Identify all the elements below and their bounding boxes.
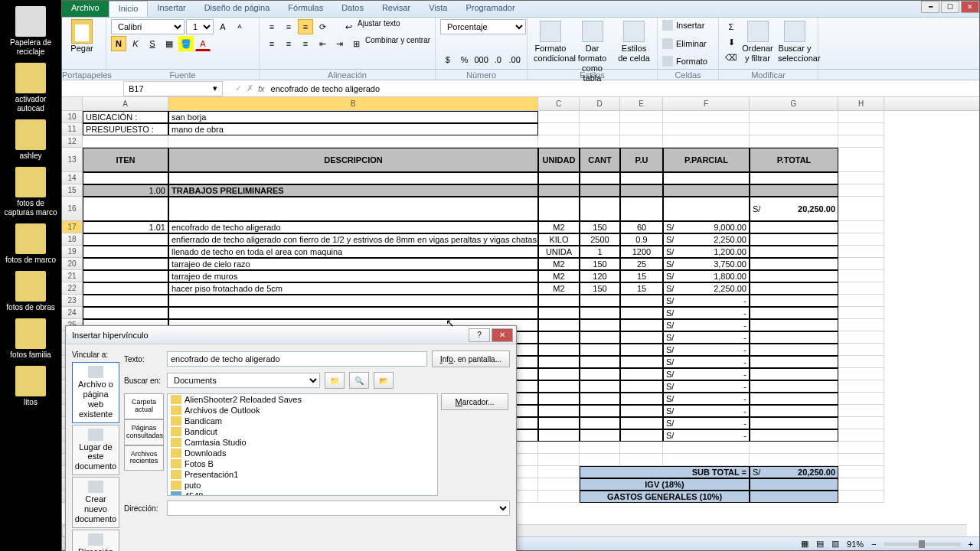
fill-color-button[interactable]: 🪣 [178, 36, 194, 51]
cell[interactable] [538, 184, 580, 197]
zoom-in-button[interactable]: + [969, 540, 973, 549]
cell[interactable]: S/- [663, 405, 750, 417]
comma-button[interactable]: 000 [474, 52, 489, 67]
align-middle-button[interactable]: ≡ [281, 19, 296, 34]
cell[interactable]: 60 [620, 221, 663, 233]
row-header[interactable]: 18 [62, 233, 83, 246]
cell[interactable] [580, 184, 620, 197]
align-bottom-button[interactable]: ≡ [298, 19, 313, 34]
decrease-font-button[interactable]: A [232, 19, 247, 34]
cell[interactable]: KILO [538, 233, 580, 246]
cell[interactable]: S/- [663, 307, 750, 319]
file-item[interactable]: 4548 [168, 491, 437, 496]
row-header[interactable]: 14 [62, 172, 83, 184]
cell[interactable] [838, 123, 884, 135]
cell[interactable] [620, 172, 663, 184]
cell[interactable]: P.PARCIAL [663, 148, 750, 172]
cell[interactable] [838, 282, 884, 295]
row-header[interactable]: 19 [62, 246, 83, 258]
cell[interactable]: S/- [663, 393, 750, 405]
tab-vista[interactable]: Vista [420, 1, 456, 17]
file-list[interactable]: AlienShooter2 Reloaded Saves Archivos de… [167, 393, 438, 496]
row-header[interactable]: 10 [62, 111, 83, 123]
link-to-email-button[interactable]: Dirección de correo electrónico [72, 530, 119, 551]
find-select-button[interactable]: Buscar y seleccionar [776, 19, 813, 67]
autosum-button[interactable]: Σ [724, 19, 739, 34]
tab-programador[interactable]: Programador [456, 1, 524, 17]
file-item[interactable]: Camtasia Studio [168, 437, 437, 448]
cell[interactable]: 1.01 [83, 221, 168, 233]
cell[interactable]: UNIDA [538, 246, 580, 258]
file-item[interactable]: Archivos de Outlook [168, 405, 437, 416]
cell[interactable]: S/2,250.00 [663, 233, 750, 246]
paste-button[interactable]: Pegar [67, 19, 97, 57]
screentip-button[interactable]: Info. en pantalla... [432, 350, 510, 367]
italic-button[interactable]: K [128, 36, 143, 51]
cell[interactable] [168, 197, 538, 221]
cell[interactable] [663, 135, 750, 148]
file-item[interactable]: Presentación1 [168, 469, 437, 480]
wrap-text-button[interactable]: ↩ [341, 19, 356, 34]
link-to-new-button[interactable]: Crear nuevo documento [72, 477, 119, 528]
cell[interactable] [838, 221, 884, 233]
file-item[interactable]: Fotos B [168, 458, 437, 469]
dialog-close-button[interactable]: ✕ [492, 328, 513, 342]
cell[interactable] [838, 270, 884, 282]
cell[interactable]: M2 [538, 270, 580, 282]
cell[interactable] [620, 184, 663, 197]
tab-archivo[interactable]: Archivo [62, 1, 109, 17]
format-cells-button[interactable]: Formato [662, 56, 714, 67]
link-to-place-button[interactable]: Lugar de este documento [72, 425, 119, 476]
file-item[interactable]: Downloads [168, 448, 437, 458]
cell[interactable] [538, 197, 580, 221]
col-header-f[interactable]: F [663, 97, 750, 110]
cell[interactable] [838, 184, 884, 197]
cell[interactable] [838, 135, 884, 148]
row-header[interactable]: 12 [62, 135, 83, 148]
row-header[interactable]: 24 [62, 307, 83, 319]
cell[interactable]: san borja [168, 111, 538, 123]
cell[interactable] [580, 135, 620, 148]
browsed-pages-tab[interactable]: Páginas consultadas [124, 419, 164, 445]
cell[interactable] [83, 172, 168, 184]
row-header[interactable]: 21 [62, 270, 83, 282]
subtotal-value[interactable]: S/20,250.00 [750, 466, 838, 478]
cell[interactable] [538, 172, 580, 184]
cell[interactable]: 150 [580, 221, 620, 233]
desktop-icon[interactable]: fotos familia [4, 318, 57, 360]
cell[interactable] [580, 172, 620, 184]
desktop-icon[interactable]: litos [4, 366, 57, 407]
cell[interactable] [663, 197, 750, 221]
zoom-level[interactable]: 91% [847, 540, 864, 549]
cell[interactable] [580, 123, 620, 135]
decrease-indent-button[interactable]: ⇤ [315, 36, 330, 51]
cell[interactable]: S/- [663, 380, 750, 393]
cell[interactable]: TRABAJOS PRELIMINARES [168, 184, 538, 197]
row-header[interactable]: 15 [62, 184, 83, 197]
cell[interactable]: S/- [663, 331, 750, 344]
cell[interactable]: tarrajeo de muros [168, 270, 538, 282]
col-header-d[interactable]: D [580, 97, 620, 110]
minimize-button[interactable]: ━ [921, 1, 939, 13]
cell[interactable]: 1200 [620, 246, 663, 258]
name-box[interactable]: B17▾ [123, 81, 223, 96]
sort-filter-button[interactable]: Ordenar y filtrar [740, 19, 776, 67]
cell[interactable]: S/- [663, 368, 750, 380]
tab-revisar[interactable]: Revisar [373, 1, 420, 17]
cell[interactable]: M2 [538, 221, 580, 233]
cell-styles-button[interactable]: Estilos de celda [616, 19, 652, 67]
cell[interactable] [620, 135, 663, 148]
desktop-icon[interactable]: fotos de marco [4, 223, 57, 265]
cell[interactable]: P.U [620, 148, 663, 172]
tab-insertar[interactable]: Insertar [148, 1, 194, 17]
row-header[interactable]: 11 [62, 123, 83, 135]
file-item[interactable]: puto [168, 480, 437, 491]
close-button[interactable]: ✕ [961, 1, 979, 13]
cell[interactable]: 15 [620, 282, 663, 295]
dialog-titlebar[interactable]: Insertar hipervínculo ? ✕ [66, 326, 516, 344]
cell[interactable] [663, 172, 750, 184]
tab-inicio[interactable]: Inicio [109, 1, 149, 17]
cell[interactable] [838, 172, 884, 184]
insert-cells-button[interactable]: Insertar [662, 20, 714, 31]
cell[interactable] [83, 135, 168, 148]
